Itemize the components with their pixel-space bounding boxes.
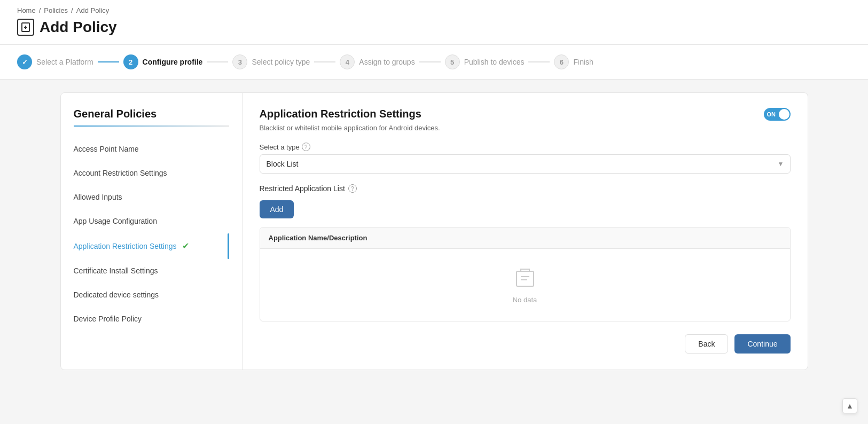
sidebar-title: General Policies bbox=[74, 108, 229, 120]
sidebar-item-wrapper-6: Dedicated device settings bbox=[74, 283, 229, 307]
table-header: Application Name/Description bbox=[260, 227, 790, 249]
main-content: General Policies Access Point Name Accou… bbox=[0, 80, 868, 383]
sidebar: General Policies Access Point Name Accou… bbox=[61, 93, 243, 370]
select-type-help-icon[interactable]: ? bbox=[302, 143, 310, 151]
check-icon: ✔ bbox=[182, 241, 189, 251]
toggle-on-label: ON bbox=[767, 111, 776, 117]
step-1-label: Select a Platform bbox=[36, 58, 93, 66]
page-header: Home / Policies / Add Policy Add Policy bbox=[0, 0, 868, 45]
sidebar-item-account-restriction[interactable]: Account Restriction Settings bbox=[74, 161, 229, 185]
active-indicator bbox=[228, 233, 229, 259]
add-button[interactable]: Add bbox=[260, 200, 294, 218]
sidebar-item-dedicated-device[interactable]: Dedicated device settings bbox=[74, 283, 229, 307]
select-type-dropdown[interactable]: Block List Allow List bbox=[260, 154, 791, 174]
no-data-text: No data bbox=[513, 296, 537, 304]
application-table: Application Name/Description No data bbox=[260, 227, 791, 321]
select-type-wrapper: Block List Allow List ▼ bbox=[260, 154, 791, 174]
sidebar-item-wrapper-7: Device Profile Policy bbox=[74, 307, 229, 331]
step-connector-1 bbox=[98, 61, 119, 62]
sidebar-divider bbox=[74, 125, 229, 127]
step-2-label: Configure profile bbox=[143, 58, 203, 66]
sidebar-item-wrapper-1: Account Restriction Settings bbox=[74, 161, 229, 185]
step-5-label: Publish to devices bbox=[464, 58, 525, 66]
breadcrumb-home[interactable]: Home bbox=[17, 6, 36, 14]
main-panel: Application Restriction Settings ON Blac… bbox=[243, 93, 808, 370]
sidebar-item-certificate[interactable]: Certificate Install Settings bbox=[74, 259, 229, 283]
breadcrumb-sep1: / bbox=[39, 6, 41, 14]
sidebar-item-wrapper-4: Application Restriction Settings ✔ bbox=[74, 233, 229, 259]
step-3-label: Select policy type bbox=[252, 58, 310, 66]
step-5[interactable]: 5 Publish to devices bbox=[445, 54, 525, 69]
step-6-circle: 6 bbox=[554, 54, 569, 69]
content-card: General Policies Access Point Name Accou… bbox=[60, 92, 808, 370]
step-connector-3 bbox=[314, 61, 335, 62]
sidebar-item-wrapper-3: App Usage Configuration bbox=[74, 209, 229, 233]
breadcrumb-sep2: / bbox=[71, 6, 73, 14]
back-button[interactable]: Back bbox=[685, 334, 728, 354]
continue-button[interactable]: Continue bbox=[734, 334, 790, 354]
panel-header: Application Restriction Settings ON bbox=[260, 108, 791, 121]
step-4-circle: 4 bbox=[340, 54, 355, 69]
enabled-toggle[interactable]: ON bbox=[764, 108, 791, 121]
step-6-label: Finish bbox=[573, 58, 593, 66]
sidebar-item-wrapper-0: Access Point Name bbox=[74, 137, 229, 161]
panel-subtitle: Blacklist or whitelist mobile applicatio… bbox=[260, 124, 791, 132]
step-6[interactable]: 6 Finish bbox=[554, 54, 593, 69]
step-connector-4 bbox=[419, 61, 441, 62]
step-3[interactable]: 3 Select policy type bbox=[232, 54, 310, 69]
step-4-label: Assign to groups bbox=[359, 58, 415, 66]
sidebar-item-app-restriction[interactable]: Application Restriction Settings ✔ bbox=[74, 233, 229, 259]
sidebar-item-wrapper-2: Allowed Inputs bbox=[74, 185, 229, 209]
select-type-label: Select a type ? bbox=[260, 143, 791, 151]
toggle-knob bbox=[779, 109, 789, 120]
table-body: No data bbox=[260, 249, 790, 321]
step-3-circle: 3 bbox=[232, 54, 247, 69]
step-4[interactable]: 4 Assign to groups bbox=[340, 54, 415, 69]
step-connector-2 bbox=[207, 61, 228, 62]
toggle-wrapper: ON bbox=[764, 108, 791, 121]
breadcrumb: Home / Policies / Add Policy bbox=[17, 6, 851, 14]
svg-rect-3 bbox=[517, 271, 534, 286]
page-title-container: Add Policy bbox=[17, 19, 851, 36]
step-2-circle: 2 bbox=[123, 54, 138, 69]
footer-actions: Back Continue bbox=[260, 334, 791, 354]
step-connector-5 bbox=[528, 61, 550, 62]
sidebar-item-allowed-inputs[interactable]: Allowed Inputs bbox=[74, 185, 229, 209]
panel-title: Application Restriction Settings bbox=[260, 108, 421, 120]
restricted-app-list-label: Restricted Application List ? bbox=[260, 184, 791, 193]
step-1-circle: ✓ bbox=[17, 54, 32, 69]
breadcrumb-policies[interactable]: Policies bbox=[44, 6, 68, 14]
no-data-icon bbox=[512, 266, 538, 292]
step-5-circle: 5 bbox=[445, 54, 460, 69]
step-1[interactable]: ✓ Select a Platform bbox=[17, 54, 93, 69]
breadcrumb-current: Add Policy bbox=[76, 6, 109, 14]
restricted-list-help-icon[interactable]: ? bbox=[348, 184, 357, 193]
add-policy-icon bbox=[17, 19, 34, 36]
page-title: Add Policy bbox=[40, 19, 117, 36]
sidebar-item-app-usage[interactable]: App Usage Configuration bbox=[74, 209, 229, 233]
sidebar-item-wrapper-5: Certificate Install Settings bbox=[74, 259, 229, 283]
sidebar-item-device-profile[interactable]: Device Profile Policy bbox=[74, 307, 229, 331]
stepper: ✓ Select a Platform 2 Configure profile … bbox=[0, 45, 868, 80]
sidebar-item-access-point-name[interactable]: Access Point Name bbox=[74, 137, 229, 161]
step-2[interactable]: 2 Configure profile bbox=[123, 54, 203, 69]
